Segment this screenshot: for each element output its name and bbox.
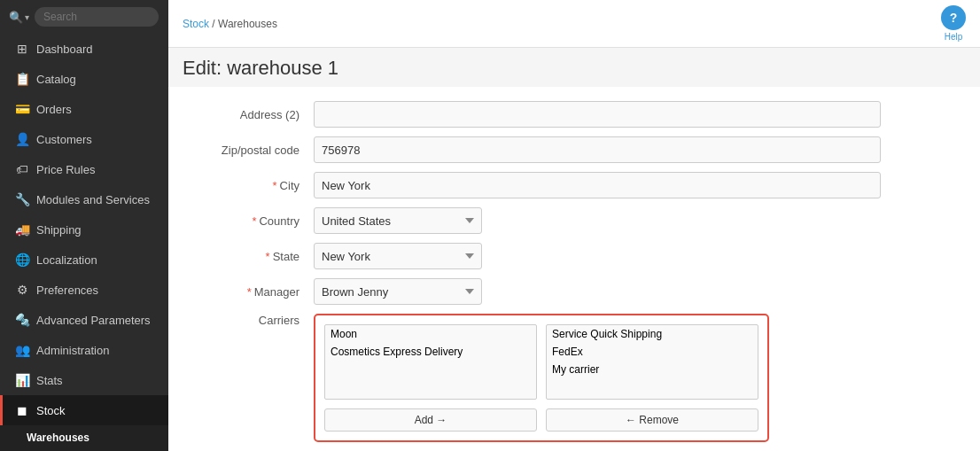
advanced-params-icon: 🔩 — [15, 313, 29, 327]
country-select[interactable]: United States — [314, 207, 482, 234]
stock-icon: ◼ — [15, 403, 29, 417]
list-item: My carrier — [547, 361, 758, 378]
sidebar-item-dashboard[interactable]: ⊞ Dashboard — [0, 34, 168, 64]
state-select[interactable]: New York — [314, 243, 482, 269]
breadcrumb-current: Warehouses — [218, 18, 277, 30]
carriers-lists: Moon Cosmetics Express Delivery Service … — [324, 324, 758, 400]
sidebar-item-price-rules[interactable]: 🏷 Price Rules — [0, 154, 168, 184]
sidebar-item-preferences[interactable]: ⚙ Preferences — [0, 275, 168, 305]
list-item: FedEx — [547, 343, 758, 361]
manager-label: *Manager — [190, 285, 314, 299]
sidebar-item-label: Stats — [36, 374, 63, 387]
orders-icon: 💳 — [15, 102, 29, 116]
shipping-icon: 🚚 — [15, 222, 29, 237]
zipcode-row: Zip/postal code — [190, 136, 959, 163]
zipcode-input[interactable] — [314, 136, 881, 163]
help-label: Help — [945, 32, 963, 42]
sidebar-item-modules-services[interactable]: 🔧 Modules and Services — [0, 184, 168, 214]
address2-row: Address (2) — [190, 101, 959, 128]
sidebar: 🔍 ▾ ⊞ Dashboard 📋 Catalog 💳 Orders 👤 Cus… — [0, 0, 168, 451]
city-label: *City — [190, 179, 314, 192]
sidebar-item-label: Orders — [36, 103, 72, 116]
sidebar-subitem-warehouses[interactable]: Warehouses — [0, 425, 168, 450]
search-icon: 🔍 — [9, 11, 23, 24]
sidebar-item-label: Price Rules — [36, 163, 95, 176]
required-star: * — [247, 285, 252, 299]
manager-row: *Manager Brown Jenny — [190, 278, 959, 305]
sidebar-item-customers[interactable]: 👤 Customers — [0, 124, 168, 154]
admin-icon: 👥 — [15, 343, 29, 357]
sidebar-item-label: Stock — [36, 404, 66, 417]
city-row: *City — [190, 172, 959, 198]
list-item: Cosmetics Express Delivery — [325, 343, 536, 361]
sidebar-item-stock[interactable]: ◼ Stock — [0, 395, 168, 425]
sidebar-item-label: Preferences — [36, 284, 98, 297]
catalog-icon: 📋 — [15, 72, 29, 86]
search-dropdown-arrow: ▾ — [25, 12, 29, 22]
sidebar-item-label: Customers — [36, 133, 92, 146]
carriers-label: Carriers — [190, 314, 314, 327]
content-area: Address (2) Zip/postal code *City *Count… — [168, 87, 980, 451]
country-label: *Country — [190, 214, 314, 228]
localization-icon: 🌐 — [15, 253, 29, 267]
list-item: Service Quick Shipping — [547, 325, 758, 343]
sidebar-subitem-label: Warehouses — [27, 432, 89, 444]
stats-icon: 📊 — [15, 373, 29, 387]
city-input[interactable] — [314, 172, 881, 198]
sidebar-search-area: 🔍 ▾ — [0, 0, 168, 34]
list-item: Moon — [325, 325, 536, 343]
state-row: *State New York — [190, 243, 959, 269]
state-label: *State — [190, 250, 314, 263]
carriers-box: Moon Cosmetics Express Delivery Service … — [314, 314, 769, 442]
required-star: * — [273, 179, 277, 192]
sidebar-item-catalog[interactable]: 📋 Catalog — [0, 64, 168, 94]
sidebar-item-label: Modules and Services — [36, 193, 150, 206]
modules-icon: 🔧 — [15, 192, 29, 206]
breadcrumb-parent[interactable]: Stock — [183, 18, 209, 30]
topbar: Stock / Warehouses ? Help — [168, 0, 980, 48]
carriers-row: Carriers Moon Cosmetics Express Delivery… — [190, 314, 959, 442]
required-star: * — [252, 214, 256, 228]
sidebar-item-administration[interactable]: 👥 Administration — [0, 335, 168, 365]
search-input[interactable] — [35, 7, 159, 27]
dashboard-icon: ⊞ — [15, 42, 29, 56]
available-carriers-list[interactable]: Moon Cosmetics Express Delivery — [324, 324, 537, 400]
preferences-icon: ⚙ — [15, 283, 29, 297]
sidebar-item-label: Advanced Parameters — [36, 314, 151, 327]
sidebar-item-advanced-parameters[interactable]: 🔩 Advanced Parameters — [0, 305, 168, 335]
search-icon-wrap[interactable]: 🔍 ▾ — [9, 11, 29, 24]
sidebar-item-orders[interactable]: 💳 Orders — [0, 94, 168, 124]
page-title: Edit: warehouse 1 — [168, 48, 980, 87]
sidebar-item-label: Localization — [36, 253, 97, 267]
manager-select[interactable]: Brown Jenny — [314, 278, 482, 305]
country-row: *Country United States — [190, 207, 959, 234]
sidebar-item-label: Shipping — [36, 223, 82, 237]
zipcode-label: Zip/postal code — [190, 144, 314, 157]
required-star: * — [266, 250, 270, 263]
breadcrumb: Stock / Warehouses — [183, 18, 277, 30]
sidebar-item-label: Catalog — [36, 73, 76, 86]
address2-input[interactable] — [314, 101, 881, 128]
price-rules-icon: 🏷 — [15, 162, 29, 176]
help-button[interactable]: ? — [941, 5, 966, 30]
selected-carriers-list[interactable]: Service Quick Shipping FedEx My carrier — [546, 324, 758, 400]
customers-icon: 👤 — [15, 132, 29, 146]
add-carrier-button[interactable]: Add → — [324, 408, 537, 432]
help-wrap: ? Help — [941, 5, 966, 42]
sidebar-item-label: Administration — [36, 344, 109, 357]
address2-label: Address (2) — [190, 108, 314, 121]
remove-carrier-button[interactable]: ← Remove — [546, 408, 758, 432]
main-content: Stock / Warehouses ? Help Edit: warehous… — [168, 0, 980, 451]
carriers-buttons: Add → ← Remove — [324, 408, 758, 432]
sidebar-item-localization[interactable]: 🌐 Localization — [0, 245, 168, 275]
sidebar-item-stats[interactable]: 📊 Stats — [0, 365, 168, 395]
sidebar-item-shipping[interactable]: 🚚 Shipping — [0, 214, 168, 245]
sidebar-item-label: Dashboard — [36, 43, 93, 56]
